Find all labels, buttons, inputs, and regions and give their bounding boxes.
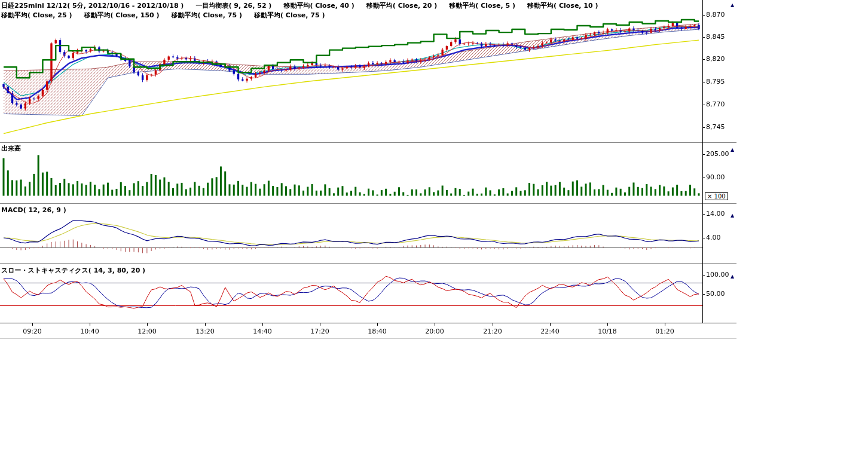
price-axis-scroll-up-button[interactable]: ▲: [729, 2, 735, 8]
time-axis-label: 14:40: [246, 328, 279, 335]
time-axis-label: 10:40: [73, 328, 106, 335]
stoch-axis-label: 50.00: [706, 290, 725, 298]
time-axis-label: 09:20: [16, 328, 49, 335]
time-axis-label: 12:00: [130, 328, 164, 335]
macd-axis-label: 14.00: [706, 210, 725, 218]
indicator-ma75-2: 移動平均( Close, 75 ): [254, 11, 325, 20]
time-axis-label: 22:40: [533, 328, 567, 335]
time-axis-label: 21:20: [476, 328, 509, 335]
time-axis-label: 13:20: [188, 328, 222, 335]
chart-title: 日経225mini 12/12( 5分, 2012/10/16 - 2012/1…: [1, 1, 184, 10]
price-axis-label: 8,770: [706, 100, 725, 108]
chart-application-window: 日経225mini 12/12( 5分, 2012/10/16 - 2012/1…: [0, 0, 868, 459]
time-axis-label: 17:20: [303, 328, 337, 335]
indicator-header-row-2: 移動平均( Close, 25 ) 移動平均( Close, 150 ) 移動平…: [1, 11, 325, 20]
indicator-ma150: 移動平均( Close, 150 ): [84, 11, 159, 20]
indicator-ma40: 移動平均( Close, 40 ): [283, 1, 354, 10]
macd-axis-label: 4.00: [706, 234, 721, 241]
volume-axis-label: 205.00: [706, 150, 729, 158]
macd-axis-scroll-up-button[interactable]: ▲: [729, 213, 735, 219]
price-axis-label: 8,870: [706, 11, 725, 19]
volume-pane-label: 出来高: [1, 144, 21, 153]
time-axis-label: 18:40: [360, 328, 394, 335]
price-axis-label: 8,795: [706, 78, 725, 85]
price-axis-label: 8,820: [706, 55, 725, 63]
time-axis-label: 20:00: [418, 328, 451, 335]
time-axis-label: 01:20: [648, 328, 681, 335]
chart-canvas[interactable]: [0, 0, 736, 341]
indicator-ma25: 移動平均( Close, 25 ): [1, 11, 72, 20]
indicator-ma5: 移動平均( Close, 5 ): [449, 1, 515, 10]
stoch-axis-scroll-up-button[interactable]: ▲: [729, 274, 735, 280]
indicator-ma75: 移動平均( Close, 75 ): [172, 11, 242, 20]
stochastics-pane-label: スロー・ストキャスティクス( 14, 3, 80, 20 ): [1, 266, 145, 275]
volume-multiplier-badge: × 100: [705, 192, 728, 200]
price-axis-label: 8,745: [706, 123, 725, 131]
indicator-ichimoku: 一目均衡表( 9, 26, 52 ): [195, 1, 271, 10]
volume-axis-scroll-up-button[interactable]: ▲: [729, 147, 735, 153]
macd-pane-label: MACD( 12, 26, 9 ): [1, 206, 66, 214]
indicator-ma20: 移動平均( Close, 20 ): [366, 1, 437, 10]
price-axis-label: 8,845: [706, 33, 725, 41]
stoch-axis-label: 100.00: [706, 271, 729, 279]
indicator-ma10: 移動平均( Close, 10 ): [527, 1, 598, 10]
volume-axis-label: 90.00: [706, 173, 725, 181]
time-axis-label: 10/18: [591, 328, 624, 335]
indicator-header-row-1: 日経225mini 12/12( 5分, 2012/10/16 - 2012/1…: [1, 1, 598, 10]
